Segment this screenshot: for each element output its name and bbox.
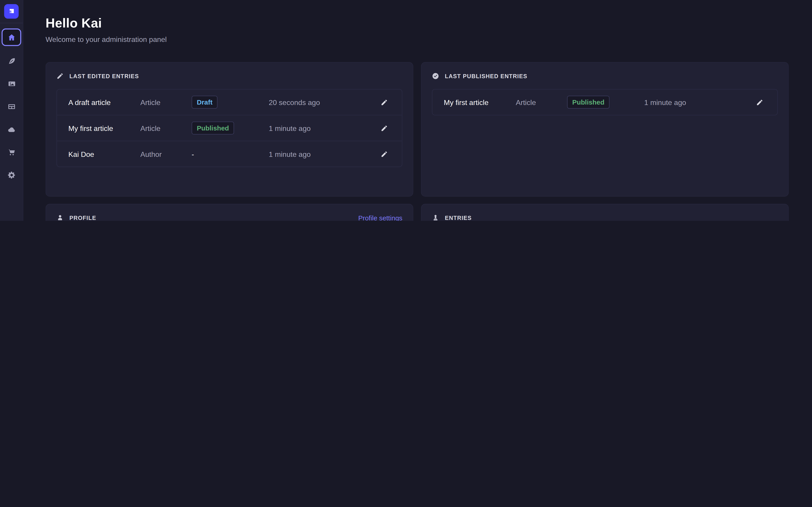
entries-card: ENTRIES 3 entries Draft: [421, 204, 789, 221]
status-badge: Published: [567, 96, 610, 109]
card-title: PROFILE: [69, 215, 96, 221]
entry-time: 1 minute ago: [269, 150, 364, 158]
cloud-icon: [7, 125, 16, 133]
table-row[interactable]: Kai Doe Author - 1 minute ago: [57, 140, 402, 167]
sidebar-item-content-manager[interactable]: [2, 53, 20, 69]
last-edited-entries-card: LAST EDITED ENTRIES A draft article Arti…: [46, 62, 413, 197]
page-title: Hello Kai: [46, 15, 812, 31]
entries-pawn-icon: [432, 214, 439, 221]
sidebar-nav: [2, 29, 21, 182]
dashboard-grid: LAST EDITED ENTRIES A draft article Arti…: [46, 62, 789, 221]
card-title: LAST EDITED ENTRIES: [69, 73, 139, 79]
entry-name: My first article: [444, 98, 516, 106]
strapi-admin-dashboard: KD Hello Kai Welcome to your administrat…: [0, 0, 812, 221]
profile-card: PROFILE Profile settings KD Kai Doe kai.…: [46, 204, 413, 221]
table-row[interactable]: My first article Article Published 1 min…: [433, 90, 777, 115]
feather-pen-icon: [7, 57, 16, 65]
media-library-icon: [7, 79, 16, 88]
entry-kind: Article: [140, 98, 192, 106]
check-circle-icon: [432, 72, 439, 79]
entry-name: Kai Doe: [68, 150, 140, 158]
pencil-icon: [381, 150, 388, 158]
main-content: Hello Kai Welcome to your administration…: [23, 0, 812, 221]
page-header: Hello Kai Welcome to your administration…: [23, 0, 812, 44]
sidebar-item-content-type-builder[interactable]: [2, 99, 20, 114]
card-header: LAST EDITED ENTRIES: [46, 63, 413, 83]
pencil-icon: [381, 124, 388, 131]
pencil-icon: [56, 72, 64, 79]
table-row[interactable]: A draft article Article Draft 20 seconds…: [57, 90, 402, 115]
sidebar-item-marketplace[interactable]: [2, 145, 20, 160]
home-icon: [7, 33, 16, 42]
person-icon: [56, 214, 64, 221]
strapi-logo[interactable]: [4, 4, 18, 18]
sidebar-item-cloud[interactable]: [2, 122, 20, 137]
edit-entry-button[interactable]: [754, 96, 766, 108]
page-subtitle: Welcome to your administration panel: [46, 35, 812, 44]
status-empty: -: [192, 150, 269, 158]
last-published-table: My first article Article Published 1 min…: [432, 89, 778, 115]
sidebar-item-media-library[interactable]: [2, 76, 20, 92]
entry-kind: Article: [516, 98, 567, 106]
card-header: PROFILE Profile settings: [46, 205, 413, 221]
layout-icon: [7, 102, 16, 111]
entry-time: 1 minute ago: [269, 124, 364, 132]
entry-kind: Article: [140, 124, 192, 132]
entry-time: 20 seconds ago: [269, 98, 364, 106]
sidebar-item-home[interactable]: [2, 29, 21, 46]
sidebar-divider-top: [0, 23, 23, 23]
card-title: LAST PUBLISHED ENTRIES: [445, 73, 527, 79]
card-title: ENTRIES: [445, 215, 472, 221]
sidebar-item-settings[interactable]: [2, 167, 20, 183]
status-badge: Draft: [192, 96, 218, 109]
edit-entry-button[interactable]: [378, 96, 391, 108]
entry-kind: Author: [140, 150, 192, 158]
edit-entry-button[interactable]: [378, 148, 391, 160]
card-header: ENTRIES: [421, 205, 788, 221]
entry-time: 1 minute ago: [644, 98, 740, 106]
last-edited-table: A draft article Article Draft 20 seconds…: [56, 89, 402, 167]
shopping-cart-icon: [7, 148, 16, 156]
entry-name: A draft article: [68, 98, 140, 106]
pencil-icon: [381, 99, 388, 106]
table-row[interactable]: My first article Article Published 1 min…: [57, 115, 402, 141]
gear-icon: [7, 171, 16, 179]
strapi-logo-icon: [7, 7, 15, 15]
last-published-entries-card: LAST PUBLISHED ENTRIES My first article …: [421, 62, 789, 197]
pencil-icon: [756, 99, 763, 106]
entry-name: My first article: [68, 124, 140, 132]
status-badge: Published: [192, 122, 234, 134]
card-header: LAST PUBLISHED ENTRIES: [421, 63, 788, 83]
profile-settings-link[interactable]: Profile settings: [358, 214, 402, 221]
edit-entry-button[interactable]: [378, 122, 391, 134]
sidebar: KD: [0, 0, 23, 221]
